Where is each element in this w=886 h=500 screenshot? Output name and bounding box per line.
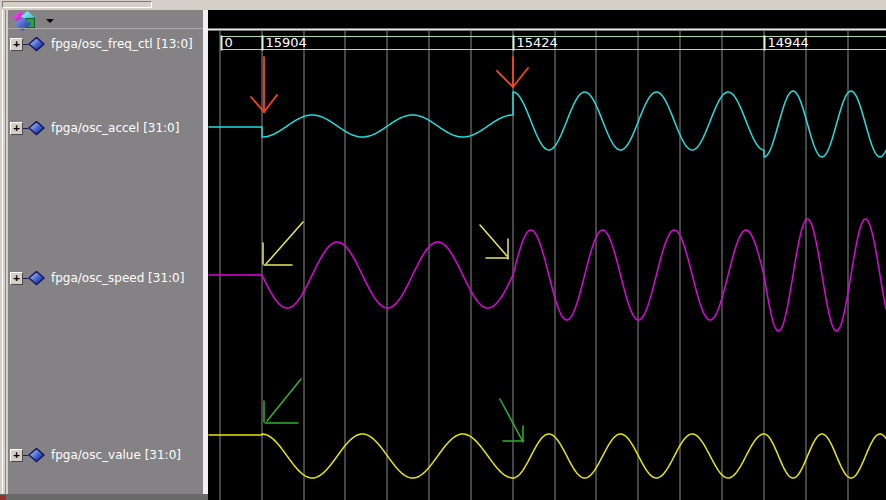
bus-value-label: 15904 xyxy=(266,35,307,50)
bus-value-label: 15424 xyxy=(517,35,558,50)
top-toolbar-strip xyxy=(0,0,886,10)
signal-diamond-icon xyxy=(28,448,45,463)
wave-osc-value[interactable] xyxy=(209,434,886,478)
bus-value-label: 14944 xyxy=(768,35,809,50)
timeline-gridlines xyxy=(220,31,848,500)
expand-button[interactable]: + xyxy=(10,449,23,462)
tree-connector xyxy=(23,128,28,129)
waveform-viewer-window: { "sidebar": { "expand_glyph": "+", "sig… xyxy=(0,0,886,500)
waveform-canvas[interactable]: 0159041542414944 xyxy=(208,10,886,500)
signal-diamond-icon xyxy=(28,121,45,136)
window-left-frame xyxy=(0,10,8,500)
signal-label: fpga/osc_freq_ctl [13:0] xyxy=(51,37,193,51)
tree-connector xyxy=(23,278,28,279)
green-downleft-arrow-icon xyxy=(264,379,301,423)
frame-shadow-line xyxy=(5,10,6,500)
dropdown-arrow-icon[interactable] xyxy=(46,19,54,23)
signal-name-panel: + fpga/osc_freq_ctl [13:0] + fpga/osc_ac… xyxy=(8,10,203,494)
signal-diamond-icon xyxy=(28,271,45,286)
bus-waveform-osc-freq-ctl[interactable]: 0159041542414944 xyxy=(221,35,886,51)
bottom-scroll-strip[interactable] xyxy=(0,494,208,500)
yellow-downleft-arrow-icon xyxy=(263,222,303,265)
bottom-corner-mark xyxy=(0,495,6,500)
yellow-downright-arrow-icon xyxy=(480,225,508,259)
bus-value-label: 0 xyxy=(225,35,233,50)
frame-highlight-line xyxy=(2,10,3,500)
red-down-arrow-2-icon xyxy=(497,57,528,87)
signal-diamond-icon xyxy=(28,37,45,52)
signal-label: fpga/osc_value [31:0] xyxy=(51,448,181,462)
toolbar-inset-panel xyxy=(2,1,152,8)
panel-header-divider xyxy=(8,28,203,29)
wave-osc-accel[interactable] xyxy=(209,91,886,157)
signal-row-osc-speed[interactable]: + fpga/osc_speed [31:0] xyxy=(10,269,184,287)
wave-osc-speed[interactable] xyxy=(209,219,886,331)
expand-button[interactable]: + xyxy=(10,38,23,51)
expand-button[interactable]: + xyxy=(10,272,23,285)
signal-label: fpga/osc_speed [31:0] xyxy=(51,271,184,285)
red-down-arrow-1-icon xyxy=(251,57,277,112)
signal-row-osc-freq-ctl[interactable]: + fpga/osc_freq_ctl [13:0] xyxy=(10,35,193,53)
signal-label: fpga/osc_accel [31:0] xyxy=(51,121,179,135)
signal-row-osc-value[interactable]: + fpga/osc_value [31:0] xyxy=(10,446,181,464)
waveform-svg[interactable]: 0159041542414944 xyxy=(208,10,886,500)
green-downright-arrow-icon xyxy=(500,399,523,442)
tree-connector xyxy=(23,455,28,456)
tree-connector xyxy=(23,44,28,45)
signal-row-osc-accel[interactable]: + fpga/osc_accel [31:0] xyxy=(10,119,179,137)
expand-button[interactable]: + xyxy=(10,122,23,135)
